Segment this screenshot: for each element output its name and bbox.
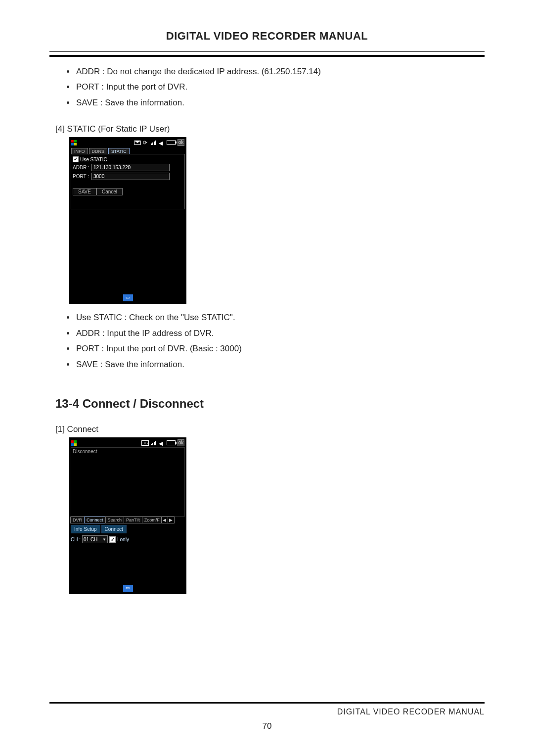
net-3g-icon: 3G [141,440,149,446]
tab-dvr[interactable]: DVR [70,517,85,523]
chevron-down-icon: ▼ [102,537,106,542]
port-input[interactable]: 3000 [91,173,170,180]
dvr-connect-screenshot: 3G ◀ ok Disconnect DVR Connect Search Pa… [69,437,186,594]
page-header-title: DIGITAL VIDEO RECORDER MANUAL [49,30,485,43]
use-static-label: Use STATIC [80,157,107,162]
channel-row: CH : 01 CH ▼ ✓ I only [71,535,185,543]
tab-info[interactable]: INFO [71,148,88,154]
signal-icon [151,440,157,445]
static-description-list: Use STATIC : Check on the "Use STATIC". … [75,310,485,372]
connect-subtabs: Info Setup Connect [71,525,185,533]
footer-text: DIGITAL VIDEO RECODER MANUAL [49,708,485,716]
footer-rule [49,702,485,704]
port-label: PORT : [73,174,89,179]
tab-scroll-left[interactable]: ◀ [161,517,168,523]
section-heading-connect: 13-4 Connect / Disconnect [55,397,485,411]
subtab-connect[interactable]: Connect [101,525,127,533]
device-status-bar: 3G ◀ ok [70,438,186,447]
close-icon[interactable]: ok [178,139,184,146]
battery-icon [167,440,176,445]
subtab-info-setup[interactable]: Info Setup [71,525,100,533]
tab-scroll-right[interactable]: ▶ [168,517,175,523]
header-rule-thick [49,55,485,57]
list-item: Use STATIC : Check on the "Use STATIC". [75,310,485,325]
tab-zoomf[interactable]: Zoom/F [142,517,162,523]
header-rule-thin [49,51,485,52]
signal-icon [151,140,157,145]
list-item: PORT : Input the port of DVR. (Basic : 3… [75,341,485,356]
addr-port-save-list-1: ADDR : Do not change the dedicated IP ad… [75,64,485,110]
speaker-icon: ◀ [159,140,165,145]
ch-label: CH : [71,537,81,542]
list-item: PORT : Input the port of DVR. [75,79,485,94]
sync-icon: ⟳ [143,140,149,145]
save-button[interactable]: SAVE [73,188,96,195]
settings-tabs: INFO DDNS STATIC [70,146,186,154]
i-only-checkbox[interactable]: ✓ [109,536,116,543]
battery-icon [167,140,176,145]
list-item: ADDR : Input the IP address of DVR. [75,326,485,341]
tab-static[interactable]: STATIC [108,148,130,154]
home-button[interactable]: ▭ [123,294,133,301]
addr-input[interactable]: 121.130.153.220 [91,164,170,171]
cancel-button[interactable]: Cancel [96,188,123,195]
dvr-static-screenshot: ⟳ ◀ ok INFO DDNS STATIC ✓ Use STATIC [69,137,186,304]
footer-page-number: 70 [49,721,485,731]
list-item: SAVE : Save the information. [75,357,485,372]
speaker-icon: ◀ [159,440,165,445]
tab-connect[interactable]: Connect [84,517,106,523]
static-caption: [4] STATIC (For Static IP User) [55,124,485,134]
list-item: SAVE : Save the information. [75,95,485,110]
start-flag-icon [71,140,78,145]
i-only-label: I only [117,537,129,542]
tab-ddns[interactable]: DDNS [89,148,108,154]
checkbox-icon[interactable]: ✓ [73,156,79,162]
use-static-checkbox-row[interactable]: ✓ Use STATIC [73,156,183,162]
control-tabs: DVR Connect Search PanTilt Zoom/F ◀ ▶ [70,517,186,523]
tab-pantilt[interactable]: PanTilt [124,517,142,523]
device-status-bar: ⟳ ◀ ok [70,138,186,146]
list-item: ADDR : Do not change the dedicated IP ad… [75,64,485,79]
channel-select[interactable]: 01 CH ▼ [82,535,108,543]
static-panel: ✓ Use STATIC ADDR : 121.130.153.220 PORT… [71,154,185,209]
disconnect-label[interactable]: Disconnect [71,448,184,455]
mail-icon [134,141,141,145]
close-icon[interactable]: ok [178,439,184,446]
video-preview-area: Disconnect [71,447,185,517]
home-button[interactable]: ▭ [123,585,133,592]
connect-caption: [1] Connect [55,425,485,434]
tab-search[interactable]: Search [105,517,125,523]
addr-label: ADDR : [73,165,89,170]
channel-value: 01 CH [84,537,97,542]
start-flag-icon [71,440,78,446]
